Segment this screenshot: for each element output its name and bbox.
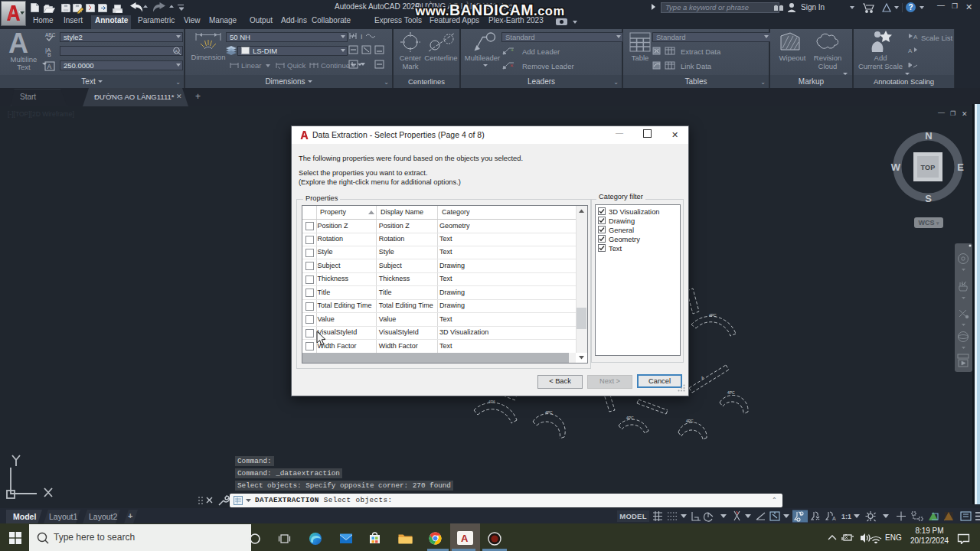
svg-text:E: E [957, 161, 964, 173]
svg-text:S: S [925, 193, 932, 204]
svg-text:W: W [891, 161, 901, 173]
svg-text:www.BANDICAM.com: www.BANDICAM.com [414, 2, 564, 18]
svg-text:4PC: 4PC [727, 390, 735, 395]
svg-text:N: N [925, 130, 932, 142]
svg-text:4PC: 4PC [626, 416, 634, 420]
svg-text:4PC: 4PC [545, 410, 553, 415]
svg-text:A: A [913, 34, 918, 41]
svg-text:4PC: 4PC [709, 313, 717, 318]
svg-text:1:1: 1:1 [841, 513, 851, 520]
svg-text:A: A [700, 375, 705, 380]
svg-text:B: B [47, 52, 51, 57]
svg-text:A: A [832, 516, 836, 521]
svg-text:I: I [361, 33, 363, 41]
svg-text:ABC: ABC [45, 32, 56, 37]
svg-text:A: A [908, 47, 913, 54]
svg-text:Quick: Quick [287, 61, 306, 70]
svg-text:4P6: 4P6 [488, 399, 495, 404]
svg-text:A: A [47, 63, 52, 70]
svg-text:×: × [510, 62, 514, 69]
svg-text:Continue: Continue [321, 61, 350, 70]
svg-text:4PC: 4PC [686, 419, 694, 423]
svg-text:Linear: Linear [241, 61, 261, 70]
svg-text:+: + [511, 47, 514, 53]
svg-text:TOP: TOP [920, 164, 935, 171]
svg-text:A: A [175, 49, 178, 54]
